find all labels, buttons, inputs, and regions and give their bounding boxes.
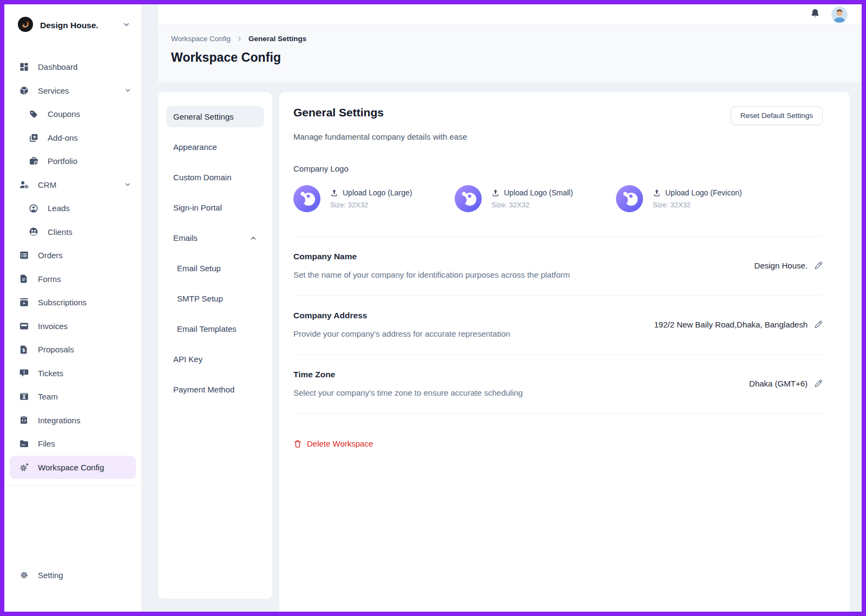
sidebar-divider (4, 486, 141, 486)
proposals-icon: $ (18, 344, 29, 355)
trash-icon (293, 440, 302, 448)
field-company-name: Company Name Set the name of your compan… (293, 237, 823, 296)
sidebar-item-label: Leads (48, 204, 70, 213)
company-address-value: 192/2 New Baily Road,Dhaka, Bangladesh (654, 320, 808, 329)
sidebar-footer: Setting (4, 563, 141, 612)
reset-default-settings-button[interactable]: Reset Default Settings (731, 106, 823, 125)
delete-workspace-label: Delete Workspace (307, 439, 373, 448)
sidebar-item-label: Setting (38, 571, 63, 580)
upload-logo-fevicon[interactable]: Upload Logo (Fevicon) Size: 32X32 (616, 185, 777, 212)
upload-icon (491, 189, 500, 197)
field-description: Select your company's time zone to ensur… (293, 388, 523, 397)
coupons-icon (28, 109, 39, 120)
sidebar-item-coupons[interactable]: Coupons (4, 102, 141, 126)
panel-title: General Settings (293, 106, 384, 119)
leads-icon (28, 203, 39, 214)
company-name-value: Design House. (755, 261, 808, 270)
settings-tab-label: Email Templates (177, 324, 237, 333)
sidebar-item-label: Proposals (38, 345, 74, 354)
sidebar-item-team[interactable]: Team (4, 385, 141, 409)
settings-tab-api-key[interactable]: API Key (166, 349, 264, 370)
settings-tab-label: Custom Domain (173, 173, 232, 182)
sidebar-item-integrations[interactable]: Integrations (4, 409, 141, 432)
sidebar-item-label: Portfolio (48, 156, 77, 166)
upload-logo-small[interactable]: Upload Logo (Small) Size: 32X32 (455, 185, 616, 212)
chevron-down-icon (122, 21, 130, 31)
sidebar-item-label: Clients (48, 227, 73, 237)
sidebar-item-label: Workspace Config (38, 463, 104, 472)
workspace-config-icon (18, 462, 29, 473)
edit-pencil-icon[interactable] (813, 261, 823, 270)
settings-tab-general-settings[interactable]: General Settings (166, 106, 264, 127)
upload-icon (330, 189, 338, 197)
settings-tab-payment-method[interactable]: Payment Method (166, 379, 264, 400)
sidebar-item-leads[interactable]: Leads (4, 196, 141, 220)
settings-tab-email-templates[interactable]: Email Templates (166, 318, 264, 339)
upload-icon (653, 189, 661, 197)
field-description: Provide your company's address for accur… (293, 329, 510, 338)
sidebar-item-proposals[interactable]: $ Proposals (4, 338, 141, 362)
sidebar-item-services[interactable]: Services (4, 79, 141, 103)
sidebar-item-label: Services (38, 86, 69, 95)
sidebar-item-label: Coupons (48, 109, 80, 119)
chevron-right-icon (236, 35, 243, 42)
sidebar-item-label: Integrations (38, 416, 80, 425)
sidebar-item-add-ons[interactable]: Add-ons (4, 126, 141, 150)
sidebar-item-label: Orders (38, 251, 63, 260)
field-label: Company Name (293, 252, 570, 261)
sidebar-item-crm[interactable]: CRM (4, 173, 141, 197)
settings-tab-smtp-setup[interactable]: SMTP Setup (166, 288, 264, 309)
sidebar-item-subscriptions[interactable]: Subscriptions (4, 291, 141, 314)
sidebar-item-label: Add-ons (48, 133, 78, 142)
sidebar-item-dashboard[interactable]: Dashboard (4, 55, 141, 79)
sidebar-item-setting[interactable]: Setting (4, 563, 141, 587)
settings-tab-appearance[interactable]: Appearance (166, 136, 264, 158)
sidebar-item-label: Team (38, 392, 58, 401)
settings-tab-sign-in-portal[interactable]: Sign-in Portal (166, 197, 264, 218)
settings-tab-email-setup[interactable]: Email Setup (166, 258, 264, 279)
company-logo-image (293, 185, 320, 212)
settings-tab-label: SMTP Setup (177, 294, 223, 303)
workspace-name: Design House. (40, 21, 116, 30)
sidebar-item-tickets[interactable]: Tickets (4, 362, 141, 385)
files-icon (18, 438, 29, 449)
time-zone-value: Dhaka (GMT+6) (749, 379, 808, 388)
sidebar-item-forms[interactable]: Forms (4, 267, 141, 291)
sidebar-item-workspace-config[interactable]: Workspace Config (10, 456, 136, 480)
company-logo-image (455, 185, 482, 212)
settings-tab-emails[interactable]: Emails (166, 227, 264, 248)
orders-icon (18, 250, 29, 261)
general-settings-panel: General Settings Reset Default Settings … (279, 92, 850, 612)
sidebar-item-portfolio[interactable]: Portfolio (4, 149, 141, 173)
sidebar-item-files[interactable]: Files (4, 432, 141, 456)
settings-tab-label: Emails (173, 233, 198, 243)
subscriptions-icon (18, 297, 29, 308)
cards-area: General Settings Appearance Custom Domai… (142, 82, 862, 612)
upload-label: Upload Logo (Fevicon) (665, 188, 742, 197)
settings-tab-custom-domain[interactable]: Custom Domain (166, 167, 264, 188)
tickets-icon (18, 368, 29, 378)
team-icon (18, 391, 29, 402)
sidebar-item-orders[interactable]: Orders (4, 244, 141, 267)
sidebar-item-clients[interactable]: Clients (4, 220, 141, 244)
notifications-button[interactable] (810, 8, 821, 21)
settings-tab-label: General Settings (173, 112, 234, 121)
workspace-switcher[interactable]: Design House. (4, 4, 141, 40)
bell-icon (810, 8, 821, 21)
edit-pencil-icon[interactable] (813, 379, 823, 388)
breadcrumb-parent[interactable]: Workspace Config (171, 35, 231, 43)
breadcrumb-current: General Settings (248, 35, 306, 43)
upload-logo-large[interactable]: Upload Logo (Large) Size: 32X32 (293, 185, 455, 212)
field-time-zone: Time Zone Select your company's time zon… (293, 355, 823, 414)
sidebar-item-invoices[interactable]: Invoices (4, 314, 141, 338)
edit-pencil-icon[interactable] (813, 320, 823, 329)
field-label: Time Zone (293, 370, 523, 379)
user-avatar[interactable] (831, 6, 848, 23)
sidebar-nav: Dashboard Services Coupons Add-ons Portf… (4, 40, 141, 486)
company-logo-image (616, 185, 643, 212)
field-label: Company Address (293, 311, 510, 320)
delete-workspace-button[interactable]: Delete Workspace (293, 439, 823, 448)
portfolio-icon (28, 156, 39, 167)
upload-size: Size: 32X32 (653, 201, 742, 209)
chevron-down-icon (124, 87, 132, 94)
